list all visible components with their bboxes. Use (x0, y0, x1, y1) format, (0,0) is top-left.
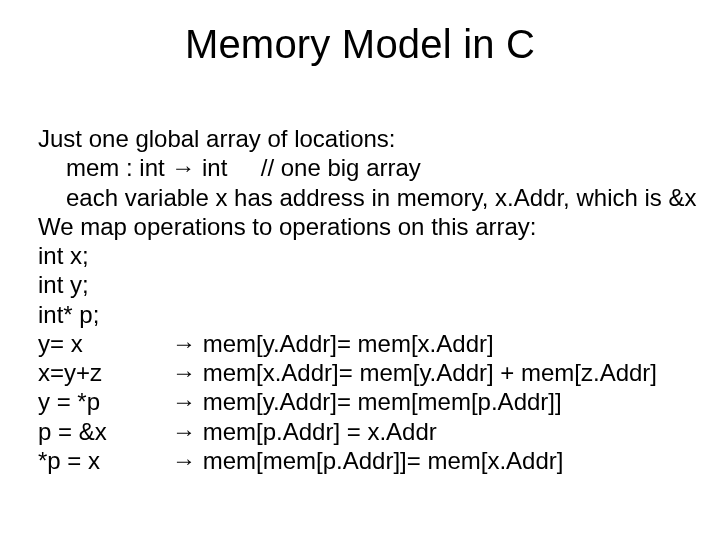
slide: Memory Model in C Just one global array … (0, 0, 720, 540)
mapping-rhs: → mem[x.Addr]= mem[y.Addr] + mem[z.Addr] (172, 358, 657, 387)
mapping-rhs: → mem[mem[p.Addr]]= mem[x.Addr] (172, 446, 563, 475)
mapping-rhs-text: mem[mem[p.Addr]]= mem[x.Addr] (196, 447, 563, 474)
mapping-row: x=y+z→ mem[x.Addr]= mem[y.Addr] + mem[z.… (38, 358, 697, 387)
mapping-rhs-text: mem[x.Addr]= mem[y.Addr] + mem[z.Addr] (196, 359, 657, 386)
arrow-icon: → (172, 418, 196, 445)
mapping-lhs: y = *p (38, 387, 172, 416)
text-line: mem : int → int // one big array (38, 153, 697, 182)
text-line: each variable x has address in memory, x… (38, 183, 697, 212)
mapping-row: y = *p→ mem[y.Addr]= mem[mem[p.Addr]] (38, 387, 697, 416)
mapping-rhs: → mem[y.Addr]= mem[x.Addr] (172, 329, 494, 358)
arrow-icon: → (172, 447, 196, 474)
mapping-rhs-text: mem[y.Addr]= mem[mem[p.Addr]] (196, 388, 562, 415)
mapping-row: *p = x→ mem[mem[p.Addr]]= mem[x.Addr] (38, 446, 697, 475)
mapping-lhs: *p = x (38, 446, 172, 475)
slide-title: Memory Model in C (0, 0, 720, 85)
slide-body: Just one global array of locations: mem … (38, 124, 697, 475)
mapping-row: p = &x→ mem[p.Addr] = x.Addr (38, 417, 697, 446)
text-fragment: mem : int (66, 154, 171, 181)
mapping-lhs: x=y+z (38, 358, 172, 387)
mapping-lhs: p = &x (38, 417, 172, 446)
arrow-icon: → (172, 388, 196, 415)
arrow-icon: → (171, 154, 195, 181)
text-line: Just one global array of locations: (38, 124, 697, 153)
mapping-rhs: → mem[p.Addr] = x.Addr (172, 417, 437, 446)
mapping-rhs-text: mem[y.Addr]= mem[x.Addr] (196, 330, 494, 357)
text-line: int x; (38, 241, 697, 270)
mapping-rhs-text: mem[p.Addr] = x.Addr (196, 418, 437, 445)
mapping-rhs: → mem[y.Addr]= mem[mem[p.Addr]] (172, 387, 562, 416)
arrow-icon: → (172, 330, 196, 357)
arrow-icon: → (172, 359, 196, 386)
text-fragment: int // one big array (195, 154, 420, 181)
mapping-row: y= x→ mem[y.Addr]= mem[x.Addr] (38, 329, 697, 358)
mapping-lhs: y= x (38, 329, 172, 358)
text-line: We map operations to operations on this … (38, 212, 697, 241)
text-line: int* p; (38, 300, 697, 329)
text-line: int y; (38, 270, 697, 299)
